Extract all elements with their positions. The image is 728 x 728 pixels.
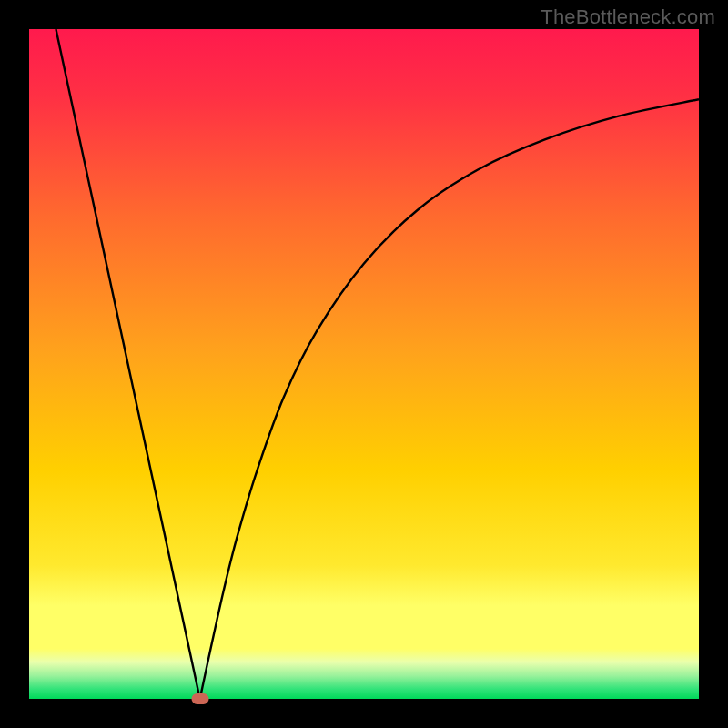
chart-background xyxy=(29,29,699,699)
gradient-rect xyxy=(29,29,699,699)
optimum-marker xyxy=(191,693,208,704)
watermark-text: TheBottleneck.com xyxy=(541,5,715,29)
chart-frame xyxy=(29,29,699,699)
